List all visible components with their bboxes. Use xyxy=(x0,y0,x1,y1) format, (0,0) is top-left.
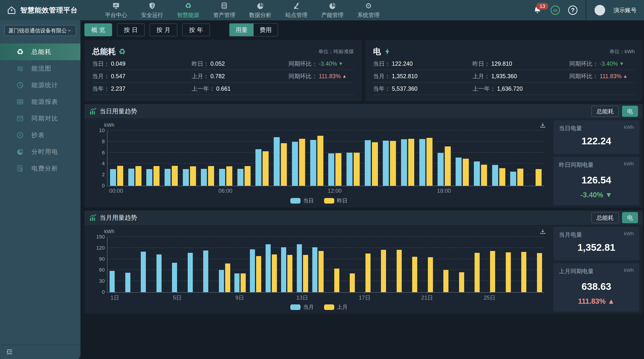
bar-当日-16:00[interactable] xyxy=(401,139,407,186)
nav-item-1[interactable]: 平台中心 xyxy=(105,2,127,19)
bar-当月-5日[interactable] xyxy=(172,263,177,292)
bar-上月-21日[interactable] xyxy=(428,257,433,292)
bar-昨日-07:00[interactable] xyxy=(244,166,250,186)
legend-item-昨日[interactable]: 昨日 xyxy=(324,197,348,204)
bar-当月-1日[interactable] xyxy=(110,271,115,292)
bar-上月-28日[interactable] xyxy=(537,253,542,292)
bar-当日-20:00[interactable] xyxy=(474,161,480,186)
bar-当日-00:00[interactable] xyxy=(110,169,116,186)
bar-当月-2日[interactable] xyxy=(125,273,130,292)
bar-当月-10日[interactable] xyxy=(250,249,255,292)
bar-上月-12日[interactable] xyxy=(287,255,292,292)
bar-昨日-04:00[interactable] xyxy=(190,166,196,186)
bar-昨日-00:00[interactable] xyxy=(117,166,123,186)
company-select[interactable]: 厦门锐谷通信设备有限公司 xyxy=(4,25,76,36)
bar-昨日-18:00[interactable] xyxy=(445,146,451,186)
bar-上月-9日[interactable] xyxy=(241,273,246,292)
bar-上月-17日[interactable] xyxy=(366,253,370,292)
bar-昨日-03:00[interactable] xyxy=(172,166,178,186)
bar-当日-10:00[interactable] xyxy=(292,142,298,186)
bar-上月-15日[interactable] xyxy=(334,268,339,292)
download-icon[interactable] xyxy=(539,228,547,236)
tab-1[interactable]: 概览 xyxy=(84,23,112,36)
bar-昨日-08:00[interactable] xyxy=(262,151,268,186)
bar-当月-3日[interactable] xyxy=(141,252,146,292)
legend-item-当日[interactable]: 当日 xyxy=(290,197,314,204)
bar-当日-06:00[interactable] xyxy=(219,169,225,186)
nav-item-4[interactable]: 资产管理 xyxy=(213,2,235,19)
bar-昨日-17:00[interactable] xyxy=(426,138,432,186)
bar-当日-01:00[interactable] xyxy=(128,169,134,186)
sidebar-item-7[interactable]: 分时用电 xyxy=(0,143,80,160)
bar-昨日-19:00[interactable] xyxy=(463,159,469,186)
bar-昨日-11:00[interactable] xyxy=(318,136,324,186)
tab-2[interactable]: 按日 xyxy=(117,23,145,36)
avatar[interactable] xyxy=(594,5,605,16)
bar-当日-07:00[interactable] xyxy=(238,169,244,186)
bar-昨日-15:00[interactable] xyxy=(390,141,396,186)
sidebar-item-5[interactable]: 同期对比 xyxy=(0,110,80,127)
bar-当月-11日[interactable] xyxy=(266,244,271,292)
bar-当月-9日[interactable] xyxy=(234,273,240,292)
bar-当日-14:00[interactable] xyxy=(365,140,371,186)
nav-item-7[interactable]: 产能管理 xyxy=(321,2,344,19)
bar-当日-19:00[interactable] xyxy=(456,158,462,186)
bar-昨日-13:00[interactable] xyxy=(354,153,360,186)
bar-上月-20日[interactable] xyxy=(412,257,417,292)
bar-上月-18日[interactable] xyxy=(381,250,386,292)
bar-当日-09:00[interactable] xyxy=(274,137,280,186)
nav-item-3[interactable]: ♻智慧能源 xyxy=(177,2,199,19)
tab-4[interactable]: 按年 xyxy=(182,23,210,36)
bar-上月-24日[interactable] xyxy=(474,253,480,292)
bar-上月-10日[interactable] xyxy=(256,256,261,292)
notifications-button[interactable]: 13 xyxy=(533,6,542,15)
bar-昨日-06:00[interactable] xyxy=(226,166,232,186)
bar-当月-8日[interactable] xyxy=(219,270,224,292)
bar-昨日-16:00[interactable] xyxy=(408,139,414,186)
nav-item-2[interactable]: 安全运行 xyxy=(141,2,163,19)
sidebar-item-1[interactable]: ♻总能耗 xyxy=(0,44,80,60)
download-icon[interactable] xyxy=(539,122,547,130)
bar-上月-19日[interactable] xyxy=(397,250,402,292)
bar-昨日-20:00[interactable] xyxy=(481,165,487,186)
bar-当月-6日[interactable] xyxy=(188,253,193,292)
legend-item-上月[interactable]: 上月 xyxy=(324,303,348,311)
bar-上月-14日[interactable] xyxy=(318,251,324,292)
bar-昨日-14:00[interactable] xyxy=(372,142,378,186)
bar-当日-13:00[interactable] xyxy=(346,153,352,186)
bar-昨日-23:00[interactable] xyxy=(536,169,542,186)
bar-当日-15:00[interactable] xyxy=(383,141,389,186)
toggle-2[interactable]: 费用 xyxy=(254,24,278,36)
bar-当月-13日[interactable] xyxy=(297,244,302,292)
collapse-sidebar-button[interactable] xyxy=(6,348,14,356)
bar-上月-27日[interactable] xyxy=(521,252,526,292)
nav-item-8[interactable]: ⚙系统管理 xyxy=(357,2,380,19)
account-name[interactable]: 演示账号 xyxy=(614,7,636,14)
bar-昨日-10:00[interactable] xyxy=(299,139,305,186)
nav-item-6[interactable]: 站点管理 xyxy=(285,2,308,19)
bar-当月-4日[interactable] xyxy=(156,254,162,292)
tab-3[interactable]: 按月 xyxy=(150,23,177,36)
bar-昨日-01:00[interactable] xyxy=(136,166,142,186)
series-button-1[interactable]: 总能耗 xyxy=(591,212,619,223)
bar-当日-08:00[interactable] xyxy=(256,149,262,186)
sidebar-item-6[interactable]: 抄表 xyxy=(0,127,80,143)
bar-当日-12:00[interactable] xyxy=(328,153,334,186)
bar-上月-8日[interactable] xyxy=(225,263,230,292)
bar-上月-22日[interactable] xyxy=(443,270,448,292)
legend-item-当月[interactable]: 当月 xyxy=(290,303,314,311)
sidebar-item-8[interactable]: 电费分析 xyxy=(0,160,80,177)
bar-当月-12日[interactable] xyxy=(281,247,286,292)
link-status-icon[interactable]: ∞ xyxy=(550,6,560,15)
bar-当日-03:00[interactable] xyxy=(164,169,170,186)
bar-上月-13日[interactable] xyxy=(303,255,308,292)
bar-当日-17:00[interactable] xyxy=(419,139,425,186)
bar-上月-23日[interactable] xyxy=(459,272,464,292)
nav-item-5[interactable]: 数据分析 xyxy=(249,2,272,19)
bar-上月-16日[interactable] xyxy=(350,273,355,292)
bar-昨日-02:00[interactable] xyxy=(154,166,160,186)
bar-上月-11日[interactable] xyxy=(272,254,277,292)
toggle-1[interactable]: 用量 xyxy=(230,24,254,36)
bar-上月-25日[interactable] xyxy=(490,251,495,292)
bar-昨日-12:00[interactable] xyxy=(336,153,342,186)
